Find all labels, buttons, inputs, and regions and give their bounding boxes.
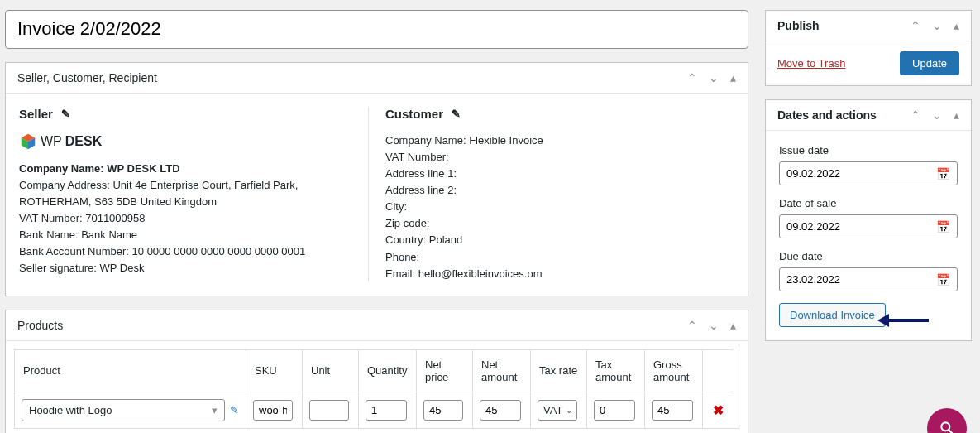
seller-bank-account: Bank Account Number: 10 0000 0000 0000 0… [19, 243, 355, 260]
seller-company-label: Company Name: [19, 162, 104, 175]
net-price-input[interactable] [423, 400, 463, 421]
chevron-up-icon[interactable]: ⌃ [911, 20, 920, 31]
unit-input[interactable] [309, 400, 349, 421]
svg-point-0 [941, 422, 949, 431]
update-button[interactable]: Update [900, 51, 959, 75]
col-quantity: Quantity [359, 349, 417, 392]
products-table: Product SKU Unit Quantity Net price Net … [14, 349, 739, 429]
product-selected: Hoodie with Logo [29, 404, 112, 416]
dates-actions-box: Dates and actions ⌃ ⌄ ▴ Issue date 📅 Dat… [765, 99, 972, 341]
annotation-arrow [877, 315, 929, 326]
cube-icon [19, 132, 37, 151]
caret-down-icon: ▾ [212, 404, 218, 416]
dates-header: Dates and actions ⌃ ⌄ ▴ [766, 100, 971, 131]
publish-header: Publish ⌃ ⌄ ▴ [766, 11, 971, 41]
chevron-down-icon[interactable]: ⌄ [709, 72, 719, 84]
gross-amount-input[interactable] [652, 400, 693, 421]
col-tax-rate: Tax rate [531, 349, 587, 392]
seller-customer-header: Seller, Customer, Recipient ⌃ ⌄ ▴ [6, 63, 748, 94]
issue-date-label: Issue date [779, 144, 958, 156]
products-header: Products ⌃ ⌄ ▴ [6, 310, 748, 341]
caret-up-icon[interactable]: ▴ [730, 320, 736, 331]
download-invoice-button[interactable]: Download Invoice [779, 303, 886, 327]
sale-date-label: Date of sale [779, 197, 958, 209]
customer-city: City: [385, 199, 721, 215]
customer-vat: VAT Number: [385, 149, 721, 166]
calendar-icon[interactable]: 📅 [936, 167, 950, 180]
seller-bank-name: Bank Name: Bank Name [19, 227, 355, 243]
seller-address: Company Address: Unit 4e Enterprise Cour… [19, 177, 355, 210]
product-select[interactable]: Hoodie with Logo ▾ [22, 399, 225, 421]
quantity-input[interactable] [366, 400, 407, 421]
caret-up-icon[interactable]: ▴ [730, 72, 736, 84]
calendar-icon[interactable]: 📅 [936, 273, 950, 286]
table-row: Hoodie with Logo ▾ ✎ [15, 392, 739, 428]
customer-zip: Zip code: [385, 215, 721, 232]
col-net-amount: Net amount [473, 349, 531, 392]
sku-input[interactable] [253, 400, 293, 421]
chevron-down-icon[interactable]: ⌄ [932, 20, 942, 31]
products-box: Products ⌃ ⌄ ▴ Product SKU Unit Quantity… [5, 310, 748, 433]
col-unit: Unit [303, 349, 359, 392]
col-product: Product [15, 349, 246, 392]
chevron-down-icon: ⌄ [566, 406, 572, 415]
tax-rate-select[interactable]: VAT ⌄ [538, 400, 577, 421]
due-date-input[interactable] [780, 268, 936, 291]
publish-box: Publish ⌃ ⌄ ▴ Move to Trash Update [765, 10, 972, 86]
customer-company: Company Name: Flexible Invoice [385, 132, 721, 149]
table-header-row: Product SKU Unit Quantity Net price Net … [15, 349, 739, 392]
calendar-icon[interactable]: 📅 [936, 220, 950, 233]
tax-rate-value: VAT [543, 404, 562, 416]
invoice-title-input[interactable] [5, 10, 748, 49]
seller-customer-box: Seller, Customer, Recipient ⌃ ⌄ ▴ Seller… [5, 62, 748, 296]
seller-logo: WPDESK [19, 132, 355, 151]
sale-date-field[interactable]: 📅 [779, 214, 958, 238]
delete-row-icon[interactable]: ✖ [713, 402, 724, 418]
pencil-icon[interactable]: ✎ [230, 404, 239, 416]
seller-company-name: WP DESK LTD [107, 162, 179, 175]
chevron-up-icon[interactable]: ⌃ [911, 109, 920, 121]
products-title: Products [17, 319, 63, 332]
col-actions [703, 349, 733, 392]
customer-country: Country: Poland [385, 232, 721, 248]
caret-up-icon[interactable]: ▴ [954, 109, 959, 121]
seller-vat: VAT Number: 7011000958 [19, 210, 355, 227]
issue-date-input[interactable] [780, 162, 936, 185]
svg-line-1 [949, 431, 954, 434]
move-to-trash-link[interactable]: Move to Trash [777, 57, 845, 70]
customer-email: Email: hello@flexibleinvoices.om [385, 266, 721, 282]
seller-heading: Seller [19, 107, 53, 121]
customer-heading: Customer [385, 107, 443, 121]
col-tax-amount: Tax amount [587, 349, 645, 392]
publish-title: Publish [777, 19, 820, 32]
seller-signature: Seller signature: WP Desk [19, 260, 355, 277]
magnifier-icon [939, 420, 955, 433]
col-gross-amount: Gross amount [645, 349, 703, 392]
tax-amount-input[interactable] [594, 400, 635, 421]
chevron-down-icon[interactable]: ⌄ [709, 320, 719, 331]
due-date-field[interactable]: 📅 [779, 267, 958, 291]
net-amount-input[interactable] [480, 400, 521, 421]
sale-date-input[interactable] [780, 215, 936, 238]
seller-customer-title: Seller, Customer, Recipient [17, 71, 157, 84]
due-date-label: Due date [779, 250, 958, 262]
customer-addr2: Address line 2: [385, 182, 721, 199]
customer-phone: Phone: [385, 249, 721, 266]
col-sku: SKU [246, 349, 303, 392]
pencil-icon[interactable]: ✎ [452, 108, 461, 120]
caret-up-icon[interactable]: ▴ [954, 20, 959, 31]
chevron-up-icon[interactable]: ⌃ [687, 320, 697, 331]
customer-addr1: Address line 1: [385, 166, 721, 182]
pencil-icon[interactable]: ✎ [61, 108, 70, 120]
chevron-down-icon[interactable]: ⌄ [932, 109, 942, 121]
col-net-price: Net price [417, 349, 473, 392]
chevron-up-icon[interactable]: ⌃ [687, 72, 697, 84]
dates-title: Dates and actions [777, 108, 877, 122]
issue-date-field[interactable]: 📅 [779, 161, 958, 185]
